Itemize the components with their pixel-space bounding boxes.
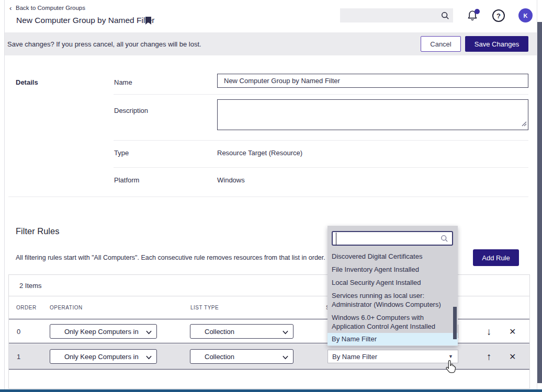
row-divider [114, 140, 528, 141]
selected-list-value: By Name Filter [332, 353, 377, 361]
header-search[interactable] [340, 8, 453, 22]
filter-rules-description: All filtering rules start with "All Comp… [16, 254, 325, 261]
dropdown-option[interactable]: Local Security Agent Installed [328, 276, 458, 289]
chevron-down-icon [282, 329, 289, 337]
details-section-label: Details [16, 78, 38, 86]
left-edge-divider [4, 0, 5, 392]
type-value: Resource Target (Resource) [217, 149, 302, 157]
operation-select-value: Only Keep Computers in [64, 328, 139, 336]
resize-handle-icon[interactable] [522, 119, 527, 129]
avatar[interactable]: K [518, 8, 533, 22]
page-scrollbar-thumb[interactable] [537, 22, 542, 383]
list-type-select-value: Collection [205, 328, 234, 336]
remove-rule-button[interactable]: ✕ [509, 328, 516, 336]
dropdown-option-highlighted[interactable]: By Name Filter [328, 333, 458, 345]
save-bar-message: Save changes? If you press cancel, all y… [7, 40, 201, 48]
dropdown-option[interactable]: Windows 6.0+ Computers with Application … [328, 311, 458, 333]
type-label: Type [114, 149, 129, 157]
platform-value: Windows [217, 176, 245, 184]
items-count: 2 Items [19, 282, 42, 290]
remove-rule-button[interactable]: ✕ [509, 353, 516, 361]
dropdown-option[interactable]: Services running as local user: Administ… [328, 289, 458, 311]
move-up-button[interactable]: ↑ [487, 352, 492, 362]
dropdown-scrollbar-thumb[interactable] [453, 307, 457, 339]
dropdown-triangle-icon: ▼ [448, 354, 453, 359]
mouse-cursor-icon [445, 360, 457, 376]
list-type-select[interactable]: Collection [190, 324, 293, 339]
search-icon [441, 11, 450, 20]
list-type-select[interactable]: Collection [190, 349, 293, 364]
operation-select-value: Only Keep Computers in [64, 353, 139, 361]
column-header-operation: OPERATION [50, 305, 83, 310]
chevron-down-icon [145, 354, 152, 362]
name-field[interactable] [217, 74, 528, 88]
name-label: Name [114, 78, 132, 86]
notifications-button[interactable] [466, 9, 479, 22]
notification-badge [475, 9, 480, 14]
back-chevron-icon: ‹ [9, 4, 12, 12]
avatar-initial: K [524, 13, 528, 19]
back-link-label: Back to Computer Groups [16, 5, 85, 11]
row-divider [114, 94, 528, 95]
order-value: 1 [17, 353, 20, 361]
dropdown-search-input[interactable] [336, 233, 438, 245]
add-rule-button[interactable]: Add Rule [473, 249, 519, 266]
dropdown-option-list: Discovered Digital Certificates File Inv… [328, 250, 458, 345]
operation-select[interactable]: Only Keep Computers in [50, 349, 157, 364]
selected-list-dropdown[interactable]: By Name Filter ▼ [328, 350, 458, 363]
help-button[interactable]: ? [492, 9, 505, 22]
selected-list-dropdown-panel: Discovered Digital Certificates File Inv… [328, 226, 458, 346]
chevron-down-icon [145, 329, 152, 337]
column-header-list-type: LIST TYPE [190, 305, 219, 310]
bottom-accent-bar [0, 389, 542, 392]
column-header-order: ORDER [16, 305, 37, 310]
filter-rules-heading: Filter Rules [16, 226, 59, 236]
move-down-button[interactable]: ↓ [487, 327, 492, 337]
cancel-button[interactable]: Cancel [421, 36, 461, 52]
description-label: Description [114, 107, 148, 114]
page: ‹ Back to Computer Groups New Computer G… [0, 0, 542, 392]
list-type-select-value: Collection [205, 353, 234, 361]
search-input[interactable] [340, 8, 441, 22]
save-changes-button[interactable]: Save Changes [465, 36, 528, 52]
back-link[interactable]: ‹ Back to Computer Groups [16, 5, 85, 11]
chevron-down-icon [282, 354, 289, 362]
dropdown-option[interactable]: File Inventory Agent Installed [328, 263, 458, 276]
section-divider [8, 197, 528, 197]
search-icon [440, 234, 449, 245]
row-divider [114, 167, 528, 168]
dropdown-option[interactable]: Discovered Digital Certificates [328, 250, 458, 263]
page-title: New Computer Group by Named Filter [16, 16, 154, 25]
order-value: 0 [17, 328, 20, 336]
operation-select[interactable]: Only Keep Computers in [50, 324, 157, 339]
dropdown-search[interactable] [332, 231, 453, 246]
description-field[interactable] [217, 99, 528, 130]
question-icon: ? [496, 12, 501, 20]
platform-label: Platform [114, 176, 139, 184]
